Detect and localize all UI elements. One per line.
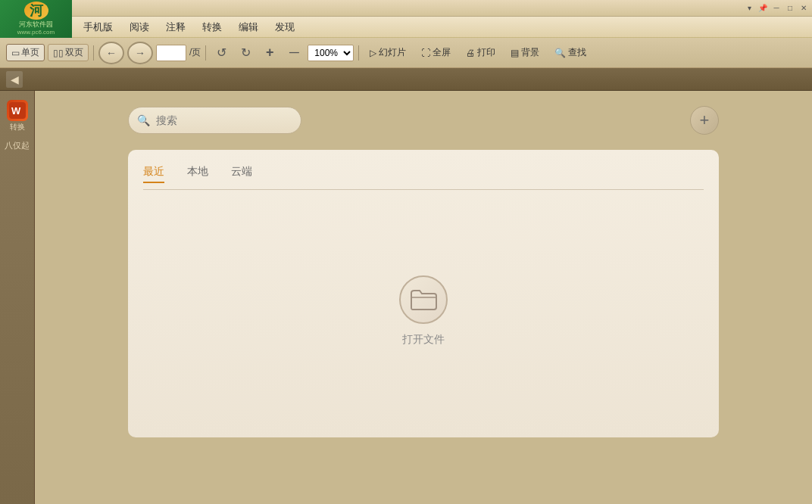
tab-bar: 最近 本地 云端: [143, 165, 704, 190]
menu-item-read[interactable]: 阅读: [122, 18, 157, 36]
main-layout: W 转换 八仅起 🔍 + 最近 本地 云端: [0, 91, 812, 504]
open-file-label: 打开文件: [402, 333, 445, 347]
double-page-icon: ▯▯: [53, 48, 64, 58]
slideshow-icon: ▷: [370, 48, 376, 58]
menu-item-mobile[interactable]: 手机版: [76, 18, 120, 36]
find-button[interactable]: 🔍 查找: [548, 42, 592, 64]
single-page-icon: ▭: [11, 48, 20, 58]
double-page-button[interactable]: ▯▯ 双页: [48, 44, 89, 61]
empty-state: 打开文件: [143, 205, 704, 417]
search-wrapper: 🔍: [128, 107, 681, 134]
search-input[interactable]: [128, 107, 301, 134]
separator-3: [358, 45, 359, 61]
next-page-button[interactable]: →: [127, 42, 153, 64]
tab-cloud[interactable]: 云端: [231, 165, 252, 183]
page-input[interactable]: [156, 45, 186, 61]
fullscreen-icon: ⛶: [421, 48, 430, 58]
undo-button[interactable]: ↺: [211, 42, 232, 64]
collapse-sidebar-button[interactable]: ◀: [6, 71, 23, 88]
wifi-icon: ▾: [744, 3, 754, 14]
background-button[interactable]: ▤ 背景: [504, 42, 545, 64]
redo-button[interactable]: ↻: [235, 42, 256, 64]
left-sidebar: W 转换 八仅起: [0, 91, 35, 504]
slideshow-button[interactable]: ▷ 幻灯片: [364, 42, 412, 64]
print-icon: 🖨: [466, 48, 475, 58]
logo-icon: 河: [24, 2, 48, 20]
add-file-button[interactable]: +: [690, 106, 719, 135]
maximize-button[interactable]: □: [785, 3, 795, 14]
svg-text:W: W: [11, 105, 21, 117]
zoom-out-button[interactable]: ─: [283, 42, 304, 64]
search-icon: 🔍: [137, 114, 150, 126]
logo-inner: 河 河东软件园 www.pc6.com: [10, 4, 63, 34]
fullscreen-button[interactable]: ⛶ 全屏: [415, 42, 457, 64]
minimize-button[interactable]: ─: [771, 3, 782, 14]
tab-recent[interactable]: 最近: [143, 165, 164, 183]
tab-local[interactable]: 本地: [187, 165, 208, 183]
single-page-button[interactable]: ▭ 单页: [6, 44, 45, 61]
menu-item-edit[interactable]: 编辑: [231, 18, 266, 36]
convert-label: 转换: [10, 123, 25, 132]
separator-2: [205, 45, 206, 61]
recent-label: 八仅起: [5, 141, 30, 151]
pin-icon: 📌: [757, 3, 768, 14]
prev-page-button[interactable]: ←: [98, 42, 124, 64]
title-bar-controls: ▾ 📌 ─ □ ✕: [744, 3, 809, 14]
single-page-label: 单页: [21, 46, 39, 59]
background-icon: ▤: [511, 48, 519, 58]
logo-text: 河东软件园 www.pc6.com: [17, 20, 55, 36]
separator-1: [93, 45, 94, 61]
menu-bar: 手机版 阅读 注释 转换 编辑 发现: [0, 17, 812, 38]
content-area: 🔍 + 最近 本地 云端 打开文件: [35, 91, 812, 504]
convert-icon: W: [7, 100, 28, 121]
print-button[interactable]: 🖨 打印: [460, 42, 501, 64]
search-container: 🔍 +: [128, 106, 719, 135]
open-folder-button[interactable]: [399, 275, 448, 324]
find-icon: 🔍: [554, 48, 566, 58]
close-button[interactable]: ✕: [798, 3, 809, 14]
menu-item-annotation[interactable]: 注释: [158, 18, 193, 36]
secondary-toolbar: ◀: [0, 68, 812, 91]
double-page-label: 双页: [65, 46, 83, 59]
toolbar: ▭ 单页 ▯▯ 双页 ← → /页 ↺ ↻ + ─ 100% 75% 125% …: [0, 38, 812, 68]
zoom-in-button[interactable]: +: [259, 42, 280, 64]
title-bar: ▾ 📌 ─ □ ✕: [0, 0, 812, 17]
logo-area: 河 河东软件园 www.pc6.com: [0, 0, 72, 38]
sidebar-item-recent[interactable]: 八仅起: [3, 138, 32, 154]
page-suffix: /页: [189, 46, 201, 59]
menu-item-discover[interactable]: 发现: [267, 18, 302, 36]
zoom-select[interactable]: 100% 75% 125% 150% 200%: [308, 45, 354, 61]
file-panel: 最近 本地 云端 打开文件: [128, 150, 719, 437]
menu-item-convert[interactable]: 转换: [195, 18, 230, 36]
sidebar-item-convert[interactable]: W 转换: [3, 97, 32, 135]
